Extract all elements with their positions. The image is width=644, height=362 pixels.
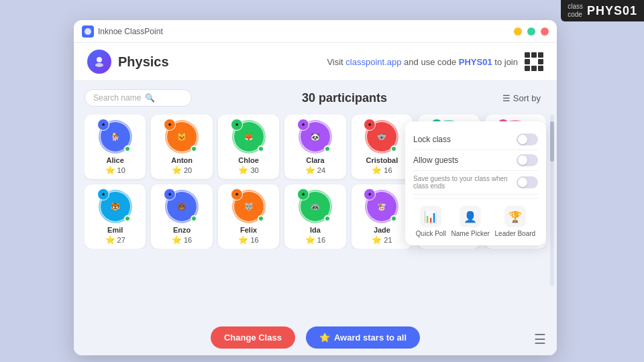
online-dot (124, 145, 131, 152)
avatar-wrap: 🐕 ★ (99, 120, 132, 154)
star-count: 24 (317, 166, 325, 174)
classpoint-link[interactable]: classpoint.app (345, 57, 401, 67)
student-stars: ⭐ 30 (238, 166, 258, 175)
student-card[interactable]: 🐮 ★ Jade ⭐ 21 (352, 184, 413, 249)
student-stars: ⭐ 16 (372, 166, 392, 175)
star-count: 16 (250, 236, 258, 244)
student-name: Anton (171, 156, 193, 164)
badge-icon: ★ (297, 188, 309, 200)
search-box[interactable]: Search name 🔍 (85, 89, 192, 107)
avatar-wrap: 🦝 ★ (299, 190, 332, 223)
lock-class-row: Lock class (413, 129, 538, 150)
student-stars: ⭐ 21 (372, 235, 392, 245)
star-icon: ⭐ (105, 166, 115, 175)
student-stars: ⭐ 10 (105, 166, 125, 175)
name-picker-label: Name Picker (451, 230, 490, 237)
scrollbar[interactable] (550, 115, 554, 286)
student-name: Enzo (173, 226, 191, 234)
online-dot (124, 215, 131, 222)
search-icon: 🔍 (145, 93, 155, 103)
change-class-button[interactable]: Change Class (211, 326, 295, 349)
qr-code-icon[interactable] (525, 52, 543, 71)
star-icon: ⭐ (372, 235, 382, 245)
badge-icon: ★ (164, 119, 176, 131)
popup-actions: 📊 Quick Poll 👤 Name Picker 🏆 Leader Boar… (413, 198, 538, 237)
allow-guests-label: Allow guests (413, 156, 458, 165)
student-card[interactable]: 🐱 ★ Anton ⭐ 20 (151, 115, 212, 179)
svg-point-2 (95, 63, 103, 67)
popup-panel: Lock class Allow guests Save guests to y… (405, 121, 546, 245)
student-stars: ⭐ 16 (172, 235, 192, 245)
badge-icon: ★ (297, 119, 309, 131)
student-card[interactable]: 🐺 ★ Felix ⭐ 16 (218, 184, 279, 249)
leader-board-icon: 🏆 (504, 206, 526, 227)
star-count: 27 (117, 236, 125, 244)
menu-button[interactable]: ☰ (534, 333, 546, 346)
app-name: Inknoe ClassPoint (98, 27, 514, 36)
scroll-thumb[interactable] (550, 121, 554, 162)
sort-label: Sort by (513, 93, 541, 103)
online-dot (324, 145, 331, 152)
badge-icon: ★ (231, 188, 243, 200)
badge-icon: ★ (231, 119, 243, 131)
bottom-bar: Change Class ⭐ Award stars to all ☰ (74, 320, 557, 355)
save-guests-toggle[interactable] (517, 176, 538, 188)
app-icon (82, 25, 94, 38)
sort-icon: ☰ (502, 93, 511, 103)
avatar-wrap: 🐺 ★ (232, 190, 266, 223)
avatar-wrap: 🐨 ★ (365, 120, 398, 154)
class-code-label: classcode (568, 3, 583, 19)
svg-point-0 (85, 28, 91, 35)
lock-class-toggle[interactable] (517, 133, 538, 145)
star-count: 30 (250, 166, 258, 174)
student-card[interactable]: 🐻 ★ Enzo ⭐ 16 (151, 184, 212, 249)
star-count: 21 (384, 236, 392, 244)
name-picker-action[interactable]: 👤 Name Picker (451, 206, 490, 237)
save-guests-text: Save guests to your class when class end… (413, 175, 517, 190)
star-icon: ⭐ (305, 235, 315, 245)
quick-poll-icon: 📊 (420, 206, 441, 227)
minimize-button[interactable] (514, 27, 522, 36)
student-card[interactable]: 🦝 ★ Ida ⭐ 16 (284, 184, 345, 249)
student-card[interactable]: 🐯 ★ Emil ⭐ 27 (85, 184, 146, 249)
avatar-wrap: 🐯 ★ (99, 190, 132, 223)
leader-board-action[interactable]: 🏆 Leader Board (495, 206, 536, 237)
student-card[interactable]: 🦊 ★ Chloe ⭐ 30 (218, 115, 279, 179)
sort-button[interactable]: ☰ Sort by (497, 90, 546, 106)
star-icon: ⭐ (238, 235, 248, 245)
avatar-wrap: 🐼 ★ (299, 120, 332, 154)
avatar-wrap: 🦊 ★ (232, 120, 266, 154)
star-icon: ⭐ (172, 166, 182, 175)
student-card[interactable]: 🐼 ★ Clara ⭐ 24 (284, 115, 345, 179)
class-logo (87, 50, 111, 74)
award-stars-button[interactable]: ⭐ Award stars to all (306, 326, 420, 349)
online-dot (390, 145, 397, 152)
star-count: 20 (184, 166, 192, 174)
online-dot (390, 215, 397, 222)
title-bar: Inknoe ClassPoint (74, 20, 557, 43)
student-name: Clara (306, 156, 325, 164)
online-dot (191, 145, 197, 152)
svg-point-1 (97, 57, 102, 62)
quick-poll-action[interactable]: 📊 Quick Poll (416, 206, 446, 237)
close-button[interactable] (541, 27, 549, 36)
lock-class-label: Lock class (413, 135, 451, 144)
star-icon: ⭐ (238, 166, 248, 175)
student-name: Emil (107, 226, 123, 234)
allow-guests-row: Allow guests (413, 150, 538, 171)
student-stars: ⭐ 27 (105, 235, 125, 245)
star-icon: ⭐ (305, 166, 315, 175)
allow-guests-toggle[interactable] (517, 154, 538, 166)
student-stars: ⭐ 16 (238, 235, 258, 245)
online-dot (191, 215, 197, 222)
award-star-icon: ⭐ (319, 333, 330, 343)
student-name: Alice (107, 156, 124, 164)
participants-count: 30 participants (192, 91, 497, 105)
star-count: 16 (384, 166, 392, 174)
badge-icon: ★ (164, 188, 176, 200)
student-card[interactable]: 🐕 ★ Alice ⭐ 10 (85, 115, 146, 179)
maximize-button[interactable] (527, 27, 535, 36)
student-name: Cristobal (366, 156, 398, 164)
class-code-value: PHYS01 (587, 4, 637, 18)
student-card[interactable]: 🐨 ★ Cristobal ⭐ 16 (352, 115, 413, 179)
